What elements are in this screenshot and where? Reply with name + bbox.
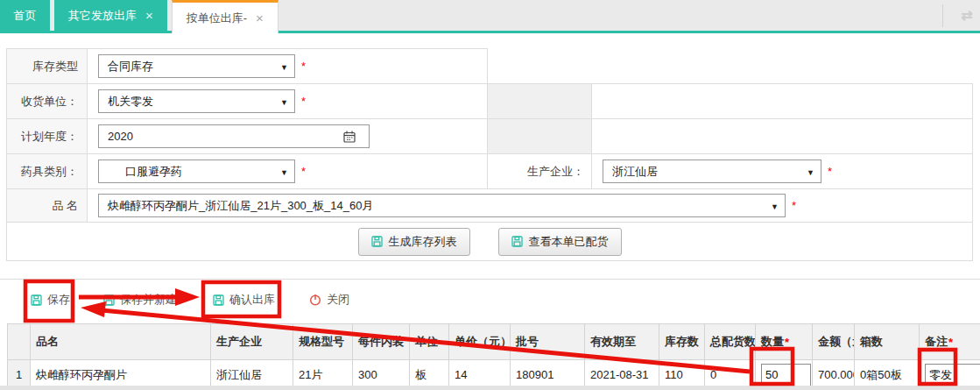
detail-panel: 保存 保存并新建 确认出库 关闭 <box>0 279 980 323</box>
col-batch: 批号 <box>511 323 585 360</box>
plan-year-box <box>98 124 370 148</box>
empty-label-cell <box>487 118 592 154</box>
form-row-plan-year: 计划年度： <box>7 119 973 154</box>
floppy-icon <box>511 236 523 247</box>
receiver-select[interactable]: 机关零发 ▼ <box>98 89 295 113</box>
empty-cell <box>487 48 592 84</box>
required-mark: * <box>948 336 953 349</box>
plan-year-label: 计划年度： <box>6 118 88 154</box>
tab-outbound-by-unit[interactable]: 按单位出库- × <box>172 0 278 33</box>
product-select[interactable]: 炔雌醇环丙孕酮片_浙江仙居_21片_300_板_14_60月 ▼ <box>98 194 786 217</box>
form-row-receiver: 收货单位： 机关零发 ▼ * <box>7 84 973 119</box>
plan-year-cell <box>87 118 488 154</box>
chevron-down-icon: ▼ <box>807 168 814 177</box>
tab-other-issue[interactable]: 其它发放出库 × <box>54 0 167 31</box>
save-button[interactable]: 保存 <box>31 292 70 308</box>
category-cell: 口服避孕药 ▼ * <box>87 153 488 189</box>
col-amount: 金额（元 <box>813 323 855 360</box>
col-unit-price: 单价（元） <box>449 323 511 360</box>
confirm-outbound-label: 确认出库 <box>229 292 275 308</box>
category-select[interactable]: 口服避孕药 ▼ <box>98 160 295 183</box>
product-value: 炔雌醇环丙孕酮片_浙江仙居_21片_300_板_14_60月 <box>108 198 373 214</box>
stock-type-cell: 合同库存 ▼ * <box>87 48 488 84</box>
col-boxes: 箱数 <box>855 323 920 360</box>
product-cell: 炔雌醇环丙孕酮片_浙江仙居_21片_300_板_14_60月 ▼ * <box>87 188 973 223</box>
tab-home[interactable]: 首页 <box>0 0 50 31</box>
col-quantity: 数量* <box>756 323 813 360</box>
stock-type-label: 库存类型 <box>6 48 88 84</box>
required-mark: * <box>792 199 796 212</box>
chevron-down-icon: ▼ <box>280 63 288 72</box>
stock-type-value: 合同库存 <box>108 59 153 74</box>
manufacturer-select[interactable]: 浙江仙居 ▼ <box>603 160 821 183</box>
required-mark: * <box>301 60 306 73</box>
col-remark: 备注* <box>920 323 980 360</box>
product-label: 品 名 <box>6 188 88 223</box>
form-row-stock-type: 库存类型 合同库存 ▼ * <box>7 49 973 84</box>
tab-home-label: 首页 <box>14 8 37 24</box>
category-label: 药具类别： <box>6 153 88 189</box>
floppy-icon <box>103 294 115 306</box>
remark-input[interactable] <box>925 364 980 386</box>
close-icon[interactable]: × <box>145 9 153 22</box>
col-spec: 规格型号 <box>293 323 353 360</box>
floppy-icon <box>371 236 383 247</box>
plan-year-input[interactable] <box>99 129 369 144</box>
tab-outbound-by-unit-label: 按单位出库- <box>187 11 247 26</box>
form-row-buttons: 生成库存列表 查看本单已配货 <box>7 223 973 261</box>
close-button[interactable]: 关闭 <box>309 292 349 308</box>
empty-label-cell <box>487 83 592 119</box>
close-label: 关闭 <box>327 292 349 308</box>
tab-other-issue-label: 其它发放出库 <box>68 8 137 24</box>
category-value: 口服避孕药 <box>125 164 182 180</box>
empty-cell <box>591 48 973 84</box>
required-mark: * <box>301 165 306 178</box>
required-mark: * <box>785 336 789 349</box>
required-mark: * <box>301 95 306 108</box>
manufacturer-cell: 浙江仙居 ▼ * <box>591 153 973 189</box>
col-product: 品名 <box>31 323 211 360</box>
col-per-pack: 每件内装 <box>353 323 410 360</box>
floppy-icon <box>31 294 42 306</box>
col-total-allocated: 总配货数 <box>705 323 756 360</box>
form-row-product: 品 名 炔雌醇环丙孕酮片_浙江仙居_21片_300_板_14_60月 ▼ * <box>7 189 973 223</box>
stock-type-select[interactable]: 合同库存 ▼ <box>98 54 295 78</box>
calendar-icon[interactable] <box>342 130 356 144</box>
confirm-outbound-button[interactable]: 确认出库 <box>213 292 275 308</box>
divider <box>942 4 943 27</box>
col-rownum <box>7 323 31 360</box>
chevron-down-icon: ▼ <box>280 168 288 177</box>
horizontal-scrollbar-track[interactable] <box>0 386 980 390</box>
chevron-down-icon: ▼ <box>771 202 779 211</box>
form-row-category: 药具类别： 口服避孕药 ▼ * 生产企业： 浙江仙居 ▼ * <box>7 154 973 189</box>
close-icon[interactable]: × <box>256 11 264 25</box>
chevron-down-icon: ▼ <box>280 98 288 107</box>
detail-toolbar: 保存 保存并新建 确认出库 关闭 <box>0 280 980 323</box>
save-and-new-label: 保存并新建 <box>120 292 177 308</box>
manufacturer-label: 生产企业： <box>487 153 592 189</box>
tabbar-actions: ⇄ <box>942 0 980 31</box>
col-stock: 库存数 <box>659 323 705 360</box>
manufacturer-value: 浙江仙居 <box>612 164 658 180</box>
form-buttons-cell: 生成库存列表 查看本单已配货 <box>6 222 973 261</box>
receiver-cell: 机关零发 ▼ * <box>87 83 488 119</box>
receiver-label: 收货单位： <box>6 83 88 119</box>
generate-stock-list-label: 生成库存列表 <box>389 234 457 250</box>
empty-cell <box>591 83 973 119</box>
save-label: 保存 <box>47 292 70 308</box>
col-unit: 单位 <box>410 323 449 360</box>
col-manufacturer: 生产企业 <box>211 323 293 360</box>
view-allocated-button[interactable]: 查看本单已配货 <box>498 228 622 256</box>
col-expiry: 有效期至 <box>585 323 659 360</box>
generate-stock-list-button[interactable]: 生成库存列表 <box>358 228 470 256</box>
app-window: 首页 其它发放出库 × 按单位出库- × ⇄ 库存类型 合同库存 ▼ * <box>0 0 980 390</box>
tab-bar: 首页 其它发放出库 × 按单位出库- × ⇄ <box>0 0 980 33</box>
floppy-icon <box>213 294 224 306</box>
save-and-new-button[interactable]: 保存并新建 <box>103 292 177 308</box>
quantity-input[interactable] <box>761 364 811 386</box>
detail-grid: 品名 生产企业 规格型号 每件内装 单位 单价（元） 批号 有效期至 库存数 总… <box>7 323 980 390</box>
refresh-icon[interactable]: ⇄ <box>954 7 980 24</box>
power-icon <box>309 294 321 306</box>
empty-cell <box>591 118 973 154</box>
required-mark: * <box>828 165 832 178</box>
